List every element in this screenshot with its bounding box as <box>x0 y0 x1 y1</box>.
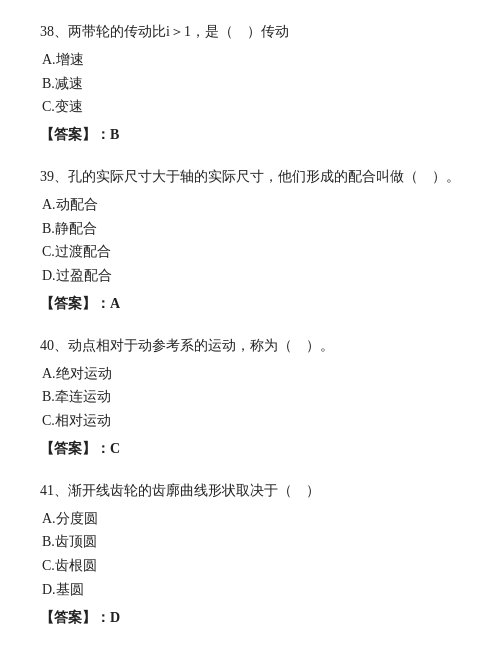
option-q39-A: A.动配合 <box>42 193 460 217</box>
option-q38-B: B.减速 <box>42 72 460 96</box>
question-text-q41: 41、渐开线齿轮的齿廓曲线形状取决于（ ） <box>40 479 460 503</box>
question-block-q41: 41、渐开线齿轮的齿廓曲线形状取决于（ ）A.分度圆B.齿顶圆C.齿根圆D.基圆… <box>40 479 460 630</box>
question-block-q39: 39、孔的实际尺寸大于轴的实际尺寸，他们形成的配合叫做（ ）。A.动配合B.静配… <box>40 165 460 316</box>
option-q39-B: B.静配合 <box>42 217 460 241</box>
option-q39-D: D.过盈配合 <box>42 264 460 288</box>
option-q40-A: A.绝对运动 <box>42 362 460 386</box>
question-text-q38: 38、两带轮的传动比i＞1，是（ ）传动 <box>40 20 460 44</box>
answer-q39: 【答案】：A <box>40 292 460 316</box>
question-text-q40: 40、动点相对于动参考系的运动，称为（ ）。 <box>40 334 460 358</box>
content-area: 38、两带轮的传动比i＞1，是（ ）传动A.增速B.减速C.变速【答案】：B39… <box>40 20 460 647</box>
answer-q40: 【答案】：C <box>40 437 460 461</box>
question-text-q39: 39、孔的实际尺寸大于轴的实际尺寸，他们形成的配合叫做（ ）。 <box>40 165 460 189</box>
question-block-q38: 38、两带轮的传动比i＞1，是（ ）传动A.增速B.减速C.变速【答案】：B <box>40 20 460 147</box>
option-q41-C: C.齿根圆 <box>42 554 460 578</box>
option-q41-A: A.分度圆 <box>42 507 460 531</box>
option-q39-C: C.过渡配合 <box>42 240 460 264</box>
option-q38-C: C.变速 <box>42 95 460 119</box>
answer-q41: 【答案】：D <box>40 606 460 630</box>
option-q40-C: C.相对运动 <box>42 409 460 433</box>
option-q40-B: B.牵连运动 <box>42 385 460 409</box>
answer-q38: 【答案】：B <box>40 123 460 147</box>
option-q41-D: D.基圆 <box>42 578 460 602</box>
option-q41-B: B.齿顶圆 <box>42 530 460 554</box>
option-q38-A: A.增速 <box>42 48 460 72</box>
question-block-q40: 40、动点相对于动参考系的运动，称为（ ）。A.绝对运动B.牵连运动C.相对运动… <box>40 334 460 461</box>
